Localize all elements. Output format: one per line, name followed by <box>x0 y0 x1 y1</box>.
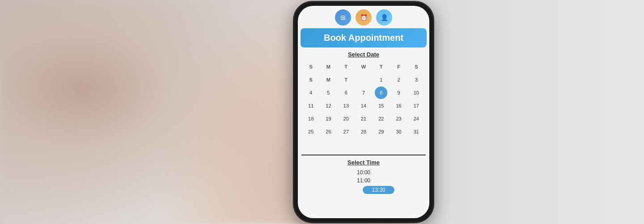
calendar-section: Select Date S M T W T F S S M T 1 2 <box>298 47 429 153</box>
user-icon[interactable]: 👤 <box>376 9 392 26</box>
day-30[interactable]: 30 <box>393 125 405 138</box>
top-icons-bar: ⊞ ⏰ 👤 <box>298 6 429 27</box>
right-background <box>420 0 644 224</box>
day-header-s2: S <box>410 60 423 73</box>
time-slot-1000[interactable]: 10:00 <box>302 168 425 177</box>
select-date-title: Select Date <box>302 51 425 58</box>
day-11[interactable]: 11 <box>305 99 317 112</box>
day-7[interactable]: 7 <box>357 86 370 99</box>
day-20[interactable]: 20 <box>340 112 352 125</box>
app-title: Book Appointment <box>308 33 419 43</box>
day-22[interactable]: 22 <box>375 112 387 125</box>
day-26[interactable]: 26 <box>322 125 335 138</box>
day-empty-1 <box>357 73 370 86</box>
day-18[interactable]: 18 <box>305 112 317 125</box>
day-21[interactable]: 21 <box>357 112 370 125</box>
phone-wrapper: ⊞ ⏰ 👤 Book Appointment Select Date S <box>294 2 433 222</box>
day-15[interactable]: 15 <box>375 99 387 112</box>
day-14[interactable]: 14 <box>357 99 370 112</box>
day-13[interactable]: 13 <box>340 99 352 112</box>
day-header-t1: T <box>340 60 352 73</box>
day-9[interactable]: 9 <box>393 86 405 99</box>
day-sub-t: T <box>340 73 352 86</box>
day-31[interactable]: 31 <box>410 125 423 138</box>
day-23[interactable]: 23 <box>393 112 405 125</box>
day-27[interactable]: 27 <box>340 125 352 138</box>
day-header-m1: M <box>322 60 335 73</box>
select-time-title: Select Time <box>302 159 425 166</box>
time-section: Select Time 10:00 11:00 13:30 <box>298 157 429 196</box>
day-16[interactable]: 16 <box>393 99 405 112</box>
time-slot-1330[interactable]: 13:30 <box>363 186 394 194</box>
day-12[interactable]: 12 <box>322 99 335 112</box>
day-sub-m: M <box>322 73 335 86</box>
calendar-grid: S M T W T F S S M T 1 2 3 4 <box>302 60 425 151</box>
calendar-time-divider <box>301 155 426 155</box>
time-slot-1100[interactable]: 11:00 <box>302 177 425 185</box>
day-5[interactable]: 5 <box>322 86 335 99</box>
day-10[interactable]: 10 <box>410 86 423 99</box>
day-24[interactable]: 24 <box>410 112 423 125</box>
day-8[interactable]: 8 <box>375 86 387 99</box>
app-header: Book Appointment <box>301 28 427 47</box>
clock-icon[interactable]: ⏰ <box>356 9 372 26</box>
day-sub-s: S <box>305 73 317 86</box>
phone-outer: ⊞ ⏰ 👤 Book Appointment Select Date S <box>294 2 433 222</box>
day-4[interactable]: 4 <box>305 86 317 99</box>
day-header-s1: S <box>305 60 317 73</box>
day-header-t2: T <box>375 60 387 73</box>
day-28[interactable]: 28 <box>357 125 370 138</box>
day-6[interactable]: 6 <box>340 86 352 99</box>
day-1[interactable]: 1 <box>375 73 387 86</box>
day-header-w: W <box>357 60 370 73</box>
calendar-icon[interactable]: ⊞ <box>335 9 351 26</box>
day-25[interactable]: 25 <box>305 125 317 138</box>
day-header-f: F <box>393 60 405 73</box>
day-2[interactable]: 2 <box>393 73 405 86</box>
phone-screen: ⊞ ⏰ 👤 Book Appointment Select Date S <box>298 6 429 218</box>
day-29[interactable]: 29 <box>375 125 387 138</box>
day-19[interactable]: 19 <box>322 112 335 125</box>
day-3[interactable]: 3 <box>410 73 423 86</box>
day-empty-2 <box>305 138 317 151</box>
day-17[interactable]: 17 <box>410 99 423 112</box>
